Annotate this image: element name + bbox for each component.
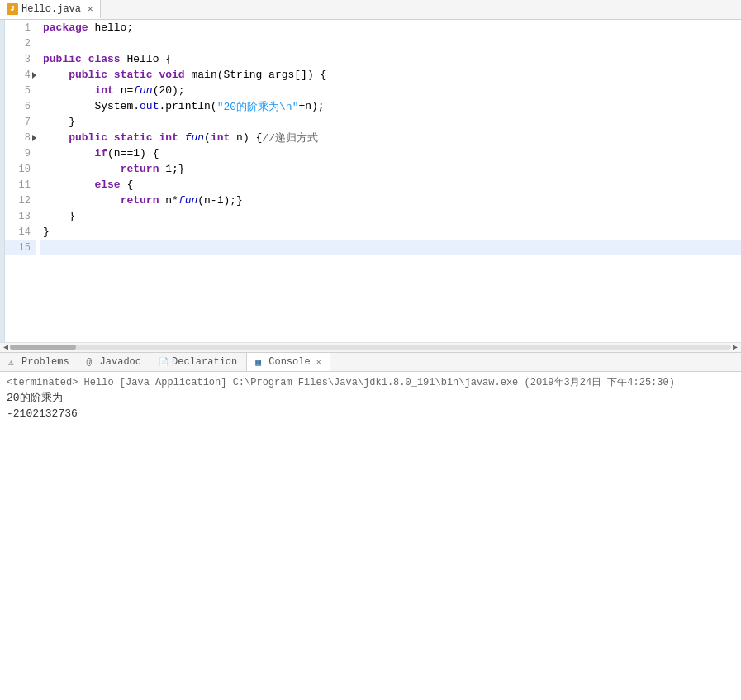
console-output-line1: 20的阶乘为 (7, 390, 734, 407)
line-num-8: 8 (5, 130, 36, 145)
java-file-icon: J (7, 3, 18, 15)
code-line-11: else { (40, 177, 741, 193)
declaration-icon: 📄 (159, 357, 169, 367)
javadoc-icon: @ (87, 357, 97, 367)
code-line-14: } (40, 224, 741, 240)
line-num-15: 15 (5, 240, 36, 255)
tab-bar: J Hello.java ✕ (0, 0, 741, 20)
code-line-9: if(n==1) { (40, 145, 741, 161)
editor-tab[interactable]: J Hello.java ✕ (0, 0, 101, 19)
tab-close-button[interactable]: ✕ (88, 3, 93, 14)
line-num-9: 9 (5, 145, 36, 161)
bottom-tabs: ⚠ Problems @ Javadoc 📄 Declaration ▦ Con… (0, 352, 741, 372)
tab-declaration-label: Declaration (172, 356, 237, 368)
line-num-14: 14 (5, 224, 36, 240)
code-line-8: public static int fun(int n) {//递归方式 (40, 130, 741, 145)
code-line-6: System.out.println("20的阶乘为\n"+n); (40, 98, 741, 114)
tab-problems[interactable]: ⚠ Problems (0, 353, 78, 371)
line-num-13: 13 (5, 208, 36, 224)
scroll-right-arrow[interactable]: ▶ (731, 342, 739, 352)
line-num-2: 2 (5, 36, 36, 51)
line-num-6: 6 (5, 98, 36, 114)
problems-icon: ⚠ (8, 357, 18, 367)
code-line-2 (40, 36, 741, 51)
console-tab-close[interactable]: ✕ (316, 357, 321, 367)
code-line-10: return 1;} (40, 161, 741, 177)
code-editor[interactable]: package hello; public class Hello { publ… (36, 20, 741, 342)
console-icon: ▦ (255, 357, 265, 367)
tab-declaration[interactable]: 📄 Declaration (150, 353, 246, 371)
code-line-12: return n*fun(n-1);} (40, 193, 741, 208)
console-output: <terminated> Hello [Java Application] C:… (0, 372, 741, 701)
tab-console[interactable]: ▦ Console ✕ (246, 353, 330, 371)
tab-console-label: Console (268, 356, 310, 368)
line-num-12: 12 (5, 193, 36, 208)
tab-javadoc[interactable]: @ Javadoc (78, 353, 150, 371)
scrollbar-track[interactable] (10, 345, 731, 350)
console-terminated-line: <terminated> Hello [Java Application] C:… (7, 375, 734, 390)
code-line-5: int n=fun(20); (40, 83, 741, 98)
code-line-4: public static void main(String args[]) { (40, 67, 741, 83)
code-line-7: } (40, 114, 741, 130)
line-num-4: 4 (5, 67, 36, 83)
editor-scrollbar[interactable]: ◀ ▶ (0, 342, 741, 352)
scroll-left-arrow[interactable]: ◀ (2, 342, 10, 352)
tab-filename: Hello.java (21, 3, 81, 15)
code-line-15 (40, 240, 741, 255)
line-num-1: 1 (5, 20, 36, 36)
code-line-3: public class Hello { (40, 51, 741, 67)
line-num-3: 3 (5, 51, 36, 67)
editor-area: 1 2 3 4 5 6 7 8 9 10 11 12 13 14 15 pack… (0, 20, 741, 342)
tab-javadoc-label: Javadoc (100, 356, 141, 368)
console-output-line2: -2102132736 (7, 406, 734, 422)
code-line-13: } (40, 208, 741, 224)
line-num-10: 10 (5, 161, 36, 177)
scrollbar-thumb[interactable] (10, 345, 76, 350)
line-num-11: 11 (5, 177, 36, 193)
code-line-1: package hello; (40, 20, 741, 36)
line-num-7: 7 (5, 114, 36, 130)
line-numbers: 1 2 3 4 5 6 7 8 9 10 11 12 13 14 15 (5, 20, 36, 342)
tab-problems-label: Problems (21, 356, 69, 368)
line-num-5: 5 (5, 83, 36, 98)
